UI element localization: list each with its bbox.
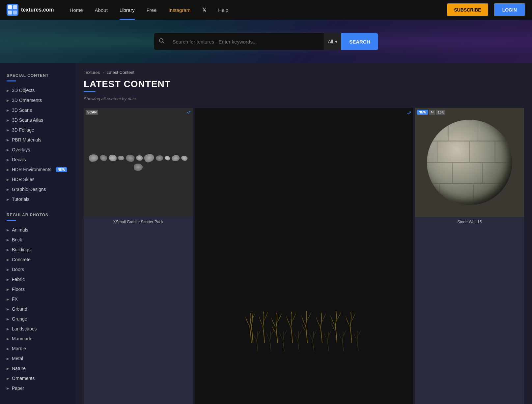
grid-item-granite[interactable]: SCAN [84, 108, 193, 404]
grid-item-stone15-label: Stone Wall 15 [415, 217, 524, 227]
badge-16k: 16K [436, 110, 445, 115]
nav-instagram[interactable]: Instagram [163, 0, 197, 20]
chevron-icon: ▶ [7, 99, 9, 102]
main-nav: Home About Library Free Instagram 𝕏 Help [64, 0, 444, 20]
sidebar-item-doors[interactable]: ▶ Doors [0, 264, 76, 274]
search-filter-dropdown[interactable]: All ▾ [324, 33, 342, 50]
sidebar-item-3d-objects[interactable]: ▶ 3D Objects [0, 85, 76, 95]
chevron-icon: ▶ [7, 377, 9, 380]
sidebar-item-brick[interactable]: ▶ Brick [0, 235, 76, 245]
hero-banner: All ▾ SEARCH [0, 20, 532, 63]
search-button[interactable]: SEARCH [341, 33, 378, 50]
chevron-icon: ▶ [7, 268, 9, 271]
chevron-icon: ▶ [7, 168, 9, 171]
subscribe-button[interactable]: SUBSCRIBE [447, 3, 488, 16]
sidebar-item-concrete[interactable]: ▶ Concrete [0, 255, 76, 264]
breadcrumb: Textures › Latest Content [84, 70, 524, 75]
sidebar-item-grunge[interactable]: ▶ Grunge [0, 314, 76, 324]
chevron-icon: ▶ [7, 307, 9, 311]
sidebar-item-paper[interactable]: ▶ Paper [0, 383, 76, 393]
sidebar-item-3d-scans[interactable]: ▶ 3D Scans [0, 105, 76, 115]
chevron-icon: ▶ [7, 228, 9, 232]
trend-icon-granite [185, 110, 191, 116]
regular-photos-title: REGULAR PHOTOS [0, 209, 76, 220]
new-badge: NEW [56, 167, 67, 172]
chevron-icon: ▶ [7, 258, 9, 262]
search-input[interactable] [169, 39, 324, 45]
search-bar: All ▾ SEARCH [154, 33, 378, 50]
sidebar-item-ground[interactable]: ▶ Ground [0, 304, 76, 314]
grid-item-plant[interactable]: 3D Plant Model - Moss [195, 108, 413, 404]
badge-scan: SCAN [86, 110, 98, 115]
sidebar-item-overlays[interactable]: ▶ Overlays [0, 145, 76, 155]
nav-twitter[interactable]: 𝕏 [196, 0, 212, 20]
sidebar-item-marble[interactable]: ▶ Marble [0, 344, 76, 354]
sidebar-item-manmade[interactable]: ▶ Manmade [0, 334, 76, 344]
chevron-icon: ▶ [7, 327, 9, 331]
login-button[interactable]: LOGIN [494, 3, 525, 16]
nav-free[interactable]: Free [141, 0, 163, 20]
sidebar-item-buildings[interactable]: ▶ Buildings [0, 245, 76, 255]
sidebar-item-floors[interactable]: ▶ Floors [0, 284, 76, 294]
badge-row-plant [406, 110, 411, 116]
grid-item-stone-wall-15[interactable]: NEW AI 16K [415, 108, 524, 404]
sidebar-item-ornaments[interactable]: ▶ Ornaments [0, 373, 76, 383]
svg-rect-3 [8, 11, 12, 15]
logo[interactable]: textures.com [7, 4, 54, 16]
chevron-icon: ▶ [7, 178, 9, 181]
regular-photos-divider [7, 220, 16, 221]
page-title: LATEST CONTENT [84, 79, 524, 89]
svg-line-6 [162, 42, 164, 43]
logo-text: textures.com [21, 7, 54, 13]
sidebar-item-tutorials[interactable]: ▶ Tutorials [0, 194, 76, 204]
sidebar-item-hdr-environments[interactable]: ▶ HDR Environments NEW [0, 165, 76, 174]
chevron-icon: ▶ [7, 148, 9, 152]
grid-item-granite-label: XSmall Granite Scatter Pack [84, 217, 193, 227]
sidebar-item-fabric[interactable]: ▶ Fabric [0, 274, 76, 284]
nav-library[interactable]: Library [114, 0, 141, 20]
nav-about[interactable]: About [89, 0, 114, 20]
sidebar-item-graphic-designs[interactable]: ▶ Graphic Designs [0, 184, 76, 194]
nav-home[interactable]: Home [64, 0, 89, 20]
chevron-icon: ▶ [7, 288, 9, 291]
sidebar-item-nature[interactable]: ▶ Nature [0, 363, 76, 373]
page-title-underline [84, 91, 96, 92]
sidebar: SPECIAL CONTENT ▶ 3D Objects ▶ 3D Orname… [0, 63, 76, 404]
sidebar-item-3d-ornaments[interactable]: ▶ 3D Ornaments [0, 95, 76, 105]
sidebar-item-fx[interactable]: ▶ FX [0, 294, 76, 304]
sidebar-item-hdr-skies[interactable]: ▶ HDR Skies [0, 174, 76, 184]
sidebar-item-pbr-materials[interactable]: ▶ PBR Materials [0, 135, 76, 145]
chevron-icon: ▶ [7, 317, 9, 321]
chevron-icon: ▶ [7, 138, 9, 142]
main-content: Textures › Latest Content LATEST CONTENT… [76, 63, 532, 404]
chevron-icon: ▶ [7, 128, 9, 132]
breadcrumb-textures[interactable]: Textures [84, 70, 100, 75]
page-subtitle: Showing all content by date [84, 96, 524, 101]
chevron-icon: ▶ [7, 387, 9, 390]
sidebar-item-3d-foliage[interactable]: ▶ 3D Foliage [0, 125, 76, 135]
chevron-icon: ▶ [7, 337, 9, 341]
logo-icon [7, 4, 18, 16]
sidebar-item-decals[interactable]: ▶ Decals [0, 155, 76, 165]
sidebar-item-animals[interactable]: ▶ Animals [0, 225, 76, 235]
svg-rect-4 [13, 11, 17, 15]
sidebar-item-landscapes[interactable]: ▶ Landscapes [0, 324, 76, 334]
page-layout: SPECIAL CONTENT ▶ 3D Objects ▶ 3D Orname… [0, 63, 532, 404]
special-content-title: SPECIAL CONTENT [0, 70, 76, 80]
sidebar-item-3d-scans-atlas[interactable]: ▶ 3D Scans Atlas [0, 115, 76, 125]
search-icon [154, 38, 169, 46]
nav-help[interactable]: Help [212, 0, 234, 20]
badge-new: NEW [417, 110, 428, 115]
sidebar-item-metal[interactable]: ▶ Metal [0, 354, 76, 363]
special-content-divider [7, 80, 16, 81]
chevron-icon: ▶ [7, 238, 9, 242]
header: textures.com Home About Library Free Ins… [0, 0, 532, 20]
chevron-icon: ▶ [7, 347, 9, 351]
chevron-icon: ▶ [7, 367, 9, 370]
chevron-icon: ▶ [7, 158, 9, 162]
chevron-icon: ▶ [7, 188, 9, 191]
chevron-icon: ▶ [7, 198, 9, 201]
svg-rect-1 [8, 5, 12, 9]
chevron-icon: ▶ [7, 297, 9, 301]
chevron-icon: ▶ [7, 118, 9, 122]
